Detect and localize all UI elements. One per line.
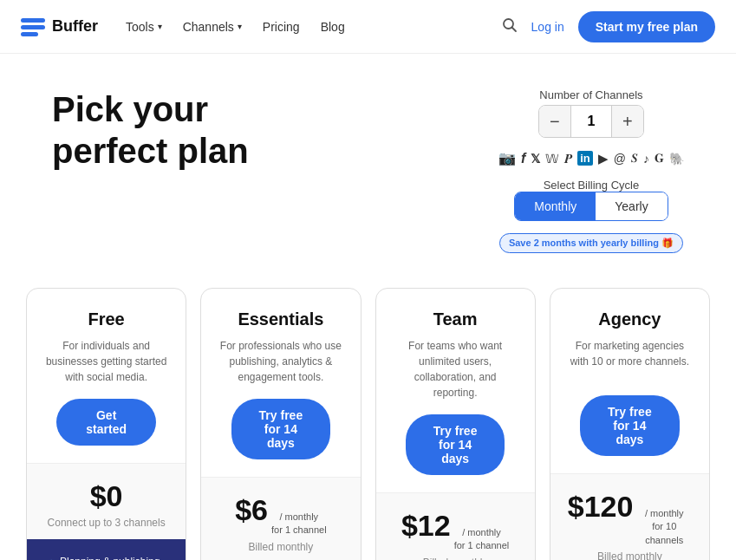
pricing-section: Free For individuals and businesses gett… xyxy=(0,270,736,560)
nav-left: Buffer Tools ▾ Channels ▾ Pricing Blog xyxy=(21,15,345,39)
search-icon[interactable] xyxy=(502,17,518,36)
twitter-icon: 𝕏 xyxy=(531,152,540,166)
logo-text: Buffer xyxy=(52,17,98,36)
billing-section: Select Billing Cycle Monthly Yearly xyxy=(514,179,668,221)
threads-icon: @ xyxy=(614,152,626,166)
hero-section: Pick your perfect plan Number of Channel… xyxy=(0,54,736,270)
essentials-price-section: $6 / monthlyfor 1 channel Billed monthly xyxy=(201,477,360,560)
team-price-sub: Billed monthly xyxy=(394,557,518,560)
mastodon-icon: 🐘 xyxy=(669,152,684,166)
svg-line-4 xyxy=(511,28,516,32)
free-features: ✓ Planning & publishing tools ✓ Landing … xyxy=(27,539,186,560)
team-plan-button[interactable]: Try free for 14 days xyxy=(406,414,505,475)
free-plan-desc: For individuals and businesses getting s… xyxy=(44,338,168,385)
free-price-section: $0 Connect up to 3 channels xyxy=(27,463,186,539)
billing-label: Select Billing Cycle xyxy=(514,179,668,192)
nav-tools[interactable]: Tools ▾ xyxy=(126,20,162,34)
chevron-down-icon: ▾ xyxy=(238,22,242,31)
save-badge: Save 2 months with yearly billing 🎁 xyxy=(499,233,683,253)
navigation: Buffer Tools ▾ Channels ▾ Pricing Blog xyxy=(0,0,736,54)
team-price-row: $12 / monthlyfor 1 channel xyxy=(394,509,518,553)
agency-card-top: Agency For marketing agencies with 10 or… xyxy=(550,289,709,473)
free-price-row: $0 xyxy=(44,479,168,513)
channels-input[interactable] xyxy=(570,106,612,137)
check-icon: ✓ xyxy=(44,556,54,560)
agency-price-section: $120 / monthlyfor 10 channels Billed mon… xyxy=(550,473,709,560)
logo: Buffer xyxy=(21,15,98,39)
essentials-plan-button[interactable]: Try free for 14 days xyxy=(231,399,331,459)
essentials-plan-card: Essentials For professionals who use pub… xyxy=(200,288,361,560)
cards-row: Free For individuals and businesses gett… xyxy=(26,288,710,560)
login-button[interactable]: Log in xyxy=(531,20,564,34)
team-plan-card: Team For teams who want unlimited users,… xyxy=(375,288,536,560)
essentials-plan-name: Essentials xyxy=(218,309,342,329)
tiktok-icon: ♪ xyxy=(643,152,649,166)
nav-blog[interactable]: Blog xyxy=(321,20,345,34)
nav-channels[interactable]: Channels ▾ xyxy=(183,20,242,34)
team-price-detail: / monthlyfor 1 channel xyxy=(454,526,510,553)
channels-section: Number of Channels − + xyxy=(538,88,644,138)
monthly-billing-button[interactable]: Monthly xyxy=(515,192,596,220)
essentials-price-row: $6 / monthlyfor 1 channel xyxy=(218,493,342,537)
linkedin-icon: in xyxy=(577,151,593,166)
team-price: $12 xyxy=(401,509,451,543)
free-card-top: Free For individuals and businesses gett… xyxy=(27,289,186,463)
agency-price-row: $120 / monthlyfor 10 channels xyxy=(568,490,692,547)
team-price-section: $12 / monthlyfor 1 channel Billed monthl… xyxy=(376,492,535,560)
essentials-price: $6 xyxy=(235,493,268,527)
pinterest-icon: 𝑷 xyxy=(564,151,572,166)
svg-rect-0 xyxy=(21,18,45,23)
instagram-icon: 📷 xyxy=(498,150,516,166)
list-item: ✓ Planning & publishing tools xyxy=(44,555,168,560)
team-card-top: Team For teams who want unlimited users,… xyxy=(376,289,535,492)
shopify-icon: 𝑺 xyxy=(631,151,638,166)
free-plan-name: Free xyxy=(44,309,168,329)
yearly-billing-button[interactable]: Yearly xyxy=(596,192,667,220)
agency-price-sub: Billed monthly xyxy=(568,550,692,560)
agency-price: $120 xyxy=(568,490,634,524)
essentials-card-top: Essentials For professionals who use pub… xyxy=(201,289,360,477)
channels-counter: − + xyxy=(538,105,644,138)
chevron-down-icon: ▾ xyxy=(158,22,162,31)
nav-right: Log in Start my free plan xyxy=(502,11,715,42)
channels-label: Number of Channels xyxy=(538,88,644,101)
essentials-price-sub: Billed monthly xyxy=(218,541,342,553)
agency-plan-card: Agency For marketing agencies with 10 or… xyxy=(550,288,710,560)
nav-pricing[interactable]: Pricing xyxy=(263,20,300,34)
svg-rect-1 xyxy=(21,25,45,29)
svg-rect-2 xyxy=(21,32,38,36)
social-icons-row: 📷 f 𝕏 𝕎 𝑷 in ▶ @ 𝑺 ♪ 𝐆 🐘 xyxy=(498,150,684,166)
essentials-price-detail: / monthlyfor 1 channel xyxy=(271,511,327,537)
youtube-icon: ▶ xyxy=(598,151,609,166)
agency-plan-name: Agency xyxy=(568,309,692,329)
wordpress-icon: 𝕎 xyxy=(545,152,559,166)
decrement-channels-button[interactable]: − xyxy=(539,106,570,137)
free-plan-button[interactable]: Get started xyxy=(56,399,156,446)
free-price: $0 xyxy=(90,479,123,513)
buffer-logo-icon xyxy=(21,15,45,39)
essentials-plan-desc: For professionals who use publishing, an… xyxy=(218,338,342,385)
agency-plan-button[interactable]: Try free for 14 days xyxy=(580,395,680,456)
billing-toggle: Monthly Yearly xyxy=(514,192,668,221)
google-icon: 𝐆 xyxy=(655,151,664,166)
start-free-plan-button[interactable]: Start my free plan xyxy=(578,11,715,42)
agency-price-detail: / monthlyfor 10 channels xyxy=(636,507,692,547)
facebook-icon: f xyxy=(521,151,525,166)
nav-links: Tools ▾ Channels ▾ Pricing Blog xyxy=(126,20,345,34)
team-plan-name: Team xyxy=(394,309,518,329)
hero-right: Number of Channels − + 📷 f 𝕏 𝕎 𝑷 in ▶ @ … xyxy=(498,88,684,253)
free-plan-card: Free For individuals and businesses gett… xyxy=(26,288,186,560)
team-plan-desc: For teams who want unlimited users, coll… xyxy=(394,338,518,400)
agency-plan-desc: For marketing agencies with 10 or more c… xyxy=(568,338,692,381)
hero-left: Pick your perfect plan xyxy=(52,88,329,172)
page-title: Pick your perfect plan xyxy=(52,88,329,172)
increment-channels-button[interactable]: + xyxy=(612,106,643,137)
free-price-sub: Connect up to 3 channels xyxy=(44,517,168,529)
